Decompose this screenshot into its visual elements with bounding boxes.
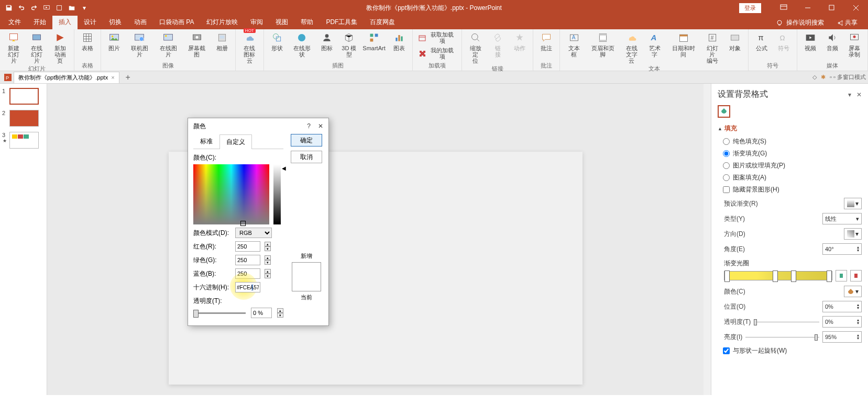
screen-record-button[interactable]: 屏幕录制 (844, 30, 864, 59)
tabstrip-icon-1[interactable]: ◇ (812, 74, 817, 81)
hide-bg-checkbox[interactable]: 隐藏背景图形(H) (723, 185, 862, 194)
redo-icon[interactable] (28, 2, 40, 14)
3d-model-button[interactable]: 3D 模型 (339, 30, 359, 59)
stop-position-input[interactable]: 0%▴▾ (822, 301, 862, 312)
rotate-with-shape-checkbox[interactable]: 与形状一起旋转(W) (723, 346, 862, 355)
slide-thumb-3[interactable]: 3 ★ (2, 132, 45, 149)
tab-baidu[interactable]: 百度网盘 (364, 15, 401, 29)
transparency-spinner[interactable]: ▴▾ (277, 308, 283, 318)
multi-window-button[interactable]: ▫ ▫ 多窗口模式 (830, 73, 866, 81)
online-shapes-button[interactable]: 在线形状 (289, 30, 315, 59)
green-spinner[interactable]: ▴▾ (265, 255, 271, 265)
slide-number-button[interactable]: #幻灯片编号 (702, 30, 723, 65)
color-mode-select[interactable]: RGB (235, 228, 272, 238)
stop-brightness-input[interactable]: 95%▴▾ (822, 331, 862, 343)
online-slide-button[interactable]: 在线幻灯片 (26, 30, 47, 65)
tab-pdf[interactable]: PDF工具集 (320, 15, 364, 29)
login-button[interactable]: 登录 (739, 3, 761, 13)
zoom-button[interactable]: 缩放定位 (465, 30, 486, 65)
action-button[interactable]: 动作 (510, 30, 530, 52)
fill-category-icon[interactable] (718, 105, 730, 118)
chart-button[interactable]: 图表 (389, 30, 409, 52)
document-tab-close-icon[interactable]: × (111, 74, 114, 81)
tab-pocket-anim[interactable]: 口袋动画 PA (153, 15, 200, 29)
red-input[interactable] (235, 241, 260, 252)
ribbon-options-icon[interactable] (772, 0, 796, 16)
dialog-close-icon[interactable]: ✕ (318, 122, 323, 130)
ok-button[interactable]: 确定 (291, 134, 322, 146)
album-button[interactable]: 相册 (212, 30, 232, 52)
wordcloud-button[interactable]: 在线文字云 (621, 30, 642, 65)
color-dialog-titlebar[interactable]: 颜色 ? ✕ (188, 118, 328, 134)
online-picture-button[interactable]: 联机图片 (126, 30, 153, 59)
audio-button[interactable]: 音频 (822, 30, 842, 52)
tab-view[interactable]: 视图 (269, 15, 294, 29)
tab-home[interactable]: 开始 (27, 15, 52, 29)
dialog-help-icon[interactable]: ? (307, 122, 311, 130)
tell-me-search[interactable]: 操作说明搜索 (772, 17, 828, 29)
symbol-button[interactable]: Ω符号 (774, 30, 794, 52)
blue-spinner[interactable]: ▴▾ (265, 269, 271, 278)
tab-standard[interactable]: 标准 (193, 134, 219, 149)
tab-help[interactable]: 帮助 (294, 15, 320, 29)
gradient-type-select[interactable]: 线性▾ (822, 213, 862, 224)
remove-stop-button[interactable] (850, 270, 862, 281)
qat-dropdown-icon[interactable]: ▾ (79, 2, 90, 14)
tabstrip-icon-2[interactable]: ✱ (821, 74, 826, 81)
textbox-button[interactable]: A文本框 (563, 30, 584, 59)
new-slide-button[interactable]: 新建幻灯片 (3, 30, 24, 65)
minimize-icon[interactable] (796, 0, 820, 16)
link-button[interactable]: 链接 (488, 30, 508, 59)
new-slide-icon[interactable] (53, 2, 65, 14)
stop-color-button[interactable]: ▾ (844, 286, 862, 297)
vertical-scrollbar[interactable] (704, 84, 711, 395)
cancel-button[interactable]: 取消 (291, 151, 322, 163)
color-spectrum[interactable] (193, 164, 269, 224)
fill-section-header[interactable]: ▲ 填充 (718, 124, 862, 133)
format-pane-dropdown-icon[interactable]: ▾ (848, 91, 851, 98)
tab-animations[interactable]: 动画 (128, 15, 153, 29)
icons-button[interactable]: 图标 (317, 30, 337, 52)
solid-fill-radio[interactable]: 纯色填充(S) (723, 137, 862, 146)
luminance-slider[interactable] (273, 164, 281, 224)
new-anim-page-button[interactable]: 新加动画页 (50, 30, 71, 65)
gradient-stops-bar[interactable] (724, 271, 832, 280)
transparency-slider[interactable] (193, 312, 246, 314)
tab-file[interactable]: 文件 (2, 15, 27, 29)
document-tab[interactable]: 教你制作《ppt制作漸入功能》.pptx × (14, 72, 119, 83)
datetime-button[interactable]: 日期和时间 (667, 30, 700, 59)
header-footer-button[interactable]: 页眉和页脚 (587, 30, 619, 59)
tab-custom[interactable]: 自定义 (219, 134, 252, 149)
shapes-button[interactable]: 形状 (267, 30, 287, 52)
tab-insert[interactable]: 插入 (52, 15, 78, 29)
close-window-icon[interactable] (844, 0, 868, 16)
slide-thumb-1[interactable]: 1 (2, 88, 45, 105)
hex-input[interactable] (235, 282, 260, 292)
gradient-direction-button[interactable]: ▾ (844, 228, 862, 240)
gradient-stop[interactable] (724, 271, 730, 282)
picture-fill-radio[interactable]: 图片或纹理填充(P) (723, 161, 862, 170)
video-button[interactable]: 视频 (800, 30, 820, 52)
add-stop-button[interactable] (836, 270, 847, 281)
preset-gradient-button[interactable]: ▾ (844, 198, 862, 209)
new-tab-button[interactable]: + (123, 73, 134, 82)
comment-button[interactable]: 批注 (536, 30, 556, 52)
stop-transparency-input[interactable]: 0%▴▾ (822, 316, 862, 328)
open-icon[interactable] (66, 2, 78, 14)
equation-button[interactable]: π公式 (752, 30, 772, 52)
blue-input[interactable] (235, 268, 260, 279)
pattern-fill-radio[interactable]: 图案填充(A) (723, 173, 862, 182)
transparency-input[interactable] (251, 308, 272, 318)
screenshot-button[interactable]: 屏幕截图 (183, 30, 210, 59)
gradient-stop[interactable] (773, 271, 778, 282)
web-picture-button[interactable]: 在线图片 (155, 30, 182, 59)
slideshow-icon[interactable] (41, 2, 52, 14)
maximize-icon[interactable] (820, 0, 844, 16)
smartart-button[interactable]: SmartArt (361, 30, 387, 52)
gradient-stop[interactable] (827, 271, 832, 282)
tab-slideshow[interactable]: 幻灯片放映 (200, 15, 244, 29)
gradient-fill-radio[interactable]: 渐变填充(G) (723, 149, 862, 158)
share-button[interactable]: 共享 (831, 16, 863, 29)
red-spinner[interactable]: ▴▾ (265, 242, 271, 251)
picture-button[interactable]: 图片 (104, 30, 124, 52)
